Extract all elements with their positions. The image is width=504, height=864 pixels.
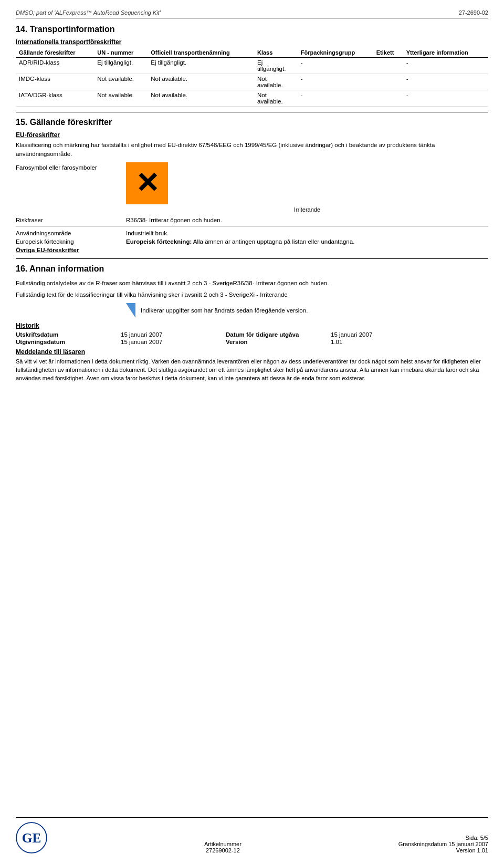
svg-text:GE: GE	[22, 831, 41, 845]
meddelande-text: Så vitt vi vet är informationen i detta …	[16, 358, 488, 383]
hazard-symbol: ✕	[126, 162, 168, 204]
fullstandig-value: R36/38- Irriterar ögonen och huden.	[233, 279, 488, 287]
imdg-fg: -	[298, 74, 373, 90]
historik-section: Historik Utskriftsdatum 15 januari 2007 …	[16, 322, 488, 345]
sida-label: Sida: 5/5	[398, 835, 488, 841]
footer-center: Artikelnummer 27269002-12	[204, 841, 242, 853]
page-header: DMSO; part of 'ALFexpress™ AutoRead Sequ…	[16, 9, 488, 18]
euro-value: Europeisk förteckning: Alla ämnen är ant…	[126, 238, 488, 245]
thin-divider	[16, 226, 488, 227]
adr-ytterligare: -	[403, 58, 488, 74]
iata-etikett	[373, 90, 403, 107]
imdg-etikett	[373, 74, 403, 90]
iata-official: Not available.	[148, 90, 254, 107]
transport-table: Gällande föreskrifter UN - nummer Offici…	[16, 48, 488, 107]
adr-label: ADR/RID-klass	[16, 58, 94, 74]
granskningsdatum-value: 15 januari 2007	[448, 841, 488, 847]
euro-row: Europeisk förteckning Europeisk förteckn…	[16, 238, 488, 245]
imdg-un: Not available.	[94, 74, 148, 90]
faro-row: Farosymbol eller farosymboler ✕ Irritera…	[16, 162, 488, 213]
header-left-text: DMSO; part of 'ALFexpress™ AutoRead Sequ…	[16, 9, 161, 16]
utgivning-label: Utgivningsdatum	[16, 339, 121, 345]
faro-label: Farosymbol eller farosymboler	[16, 162, 126, 171]
col-header-4: Klass	[254, 48, 298, 58]
changed-text: Indikerar uppgifter som har ändrats seda…	[141, 307, 308, 314]
page-footer: GE Artikelnummer 27269002-12 Sida: 5/5 G…	[16, 817, 488, 853]
changed-indicator: Indikerar uppgifter som har ändrats seda…	[126, 303, 488, 318]
imdg-ytterligare: -	[403, 74, 488, 90]
utskrift-label: Utskriftsdatum	[16, 331, 121, 338]
iata-fg: -	[298, 90, 373, 107]
adr-fg: -	[298, 58, 373, 74]
historik-title: Historik	[16, 322, 488, 329]
section-16-title: 16. Annan information	[16, 264, 488, 274]
riskfraser-label: Riskfraser	[16, 217, 126, 223]
faro-content: ✕ Irriterande	[126, 162, 488, 213]
adr-un: Ej tillgängligt.	[94, 58, 148, 74]
table-row: ADR/RID-klass Ej tillgängligt. Ej tillgä…	[16, 58, 488, 74]
utskrift-value: 15 januari 2007	[121, 331, 226, 338]
iata-label: IATA/DGR-klass	[16, 90, 94, 107]
fullstandig-label: Fullständig ordalydelse av de R-fraser s…	[16, 279, 233, 287]
fullstandig-text-value: Xi - Irriterande	[249, 290, 488, 299]
version-footer: Version 1.01	[398, 847, 488, 853]
table-row: IMDG-klass Not available. Not available.…	[16, 74, 488, 90]
header-right-text: 27-2690-02	[459, 9, 488, 16]
anv-row: Användningsområde Industriellt bruk.	[16, 230, 488, 236]
risk-row: Riskfraser R36/38- Irriterar ögonen och …	[16, 217, 488, 223]
hazard-x-icon: ✕	[135, 169, 159, 197]
col-header-2: UN - nummer	[94, 48, 148, 58]
artikelnummer-value: 27269002-12	[204, 847, 242, 853]
datum-value: 15 januari 2007	[331, 331, 436, 338]
imdg-label: IMDG-klass	[16, 74, 94, 90]
adr-etikett	[373, 58, 403, 74]
imdg-official: Not available.	[148, 74, 254, 90]
col-header-5: Förpackningsgrupp	[298, 48, 373, 58]
historik-grid: Utskriftsdatum 15 januari 2007 Datum för…	[16, 331, 488, 345]
eu-subtitle: EU-föreskrifter	[16, 131, 488, 139]
table-row: IATA/DGR-klass Not available. Not availa…	[16, 90, 488, 107]
euro-value-text: Alla ämnen är antingen upptagna på lista…	[193, 238, 355, 245]
datum-label: Datum för tidigare utgåva	[226, 331, 331, 338]
riskfraser-value: R36/38- Irriterar ögonen och huden.	[126, 217, 488, 223]
footer-right: Sida: 5/5 Granskningsdatum 15 januari 20…	[398, 835, 488, 853]
euro-label: Europeisk förteckning	[16, 238, 126, 245]
col-header-3: Officiell transportbenämning	[148, 48, 254, 58]
fullstandig-row: Fullständig ordalydelse av de R-fraser s…	[16, 279, 488, 287]
anv-label: Användningsområde	[16, 230, 126, 236]
adr-klass: Ejtillgängligt.	[254, 58, 298, 74]
granskningsdatum: Granskningsdatum 15 januari 2007	[398, 841, 488, 847]
fullstandig-text-row: Fullständig text för de klassificeringar…	[16, 290, 488, 299]
utgivning-value: 15 januari 2007	[121, 339, 226, 345]
col-header-6: Etikett	[373, 48, 403, 58]
ovriga-eu: Övriga EU-föreskrifter	[16, 247, 488, 253]
col-header-7: Ytterligare information	[403, 48, 488, 58]
section-14: 14. Transportinformation Internationella…	[16, 25, 488, 107]
version-value: 1.01	[331, 339, 436, 345]
section-16: 16. Annan information Fullständig ordaly…	[16, 264, 488, 383]
section-14-title: 14. Transportinformation	[16, 25, 488, 34]
iata-klass: Notavailable.	[254, 90, 298, 107]
ge-logo: GE	[16, 822, 47, 853]
fullstandig-text-label: Fullständig text för de klassificeringar…	[16, 290, 249, 299]
section-15: 15. Gällande föreskrifter EU-föreskrifte…	[16, 118, 488, 253]
iata-un: Not available.	[94, 90, 148, 107]
footer-left: GE	[16, 822, 47, 853]
euro-value-bold: Europeisk förteckning:	[126, 238, 192, 245]
adr-official: Ej tillgängligt.	[148, 58, 254, 74]
granskningsdatum-label: Granskningsdatum	[398, 841, 447, 847]
imdg-klass: Notavailable.	[254, 74, 298, 90]
section-divider-2	[16, 258, 488, 259]
version-label: Version	[226, 339, 331, 345]
section-divider	[16, 112, 488, 112]
section-15-title: 15. Gällande föreskrifter	[16, 118, 488, 127]
artikelnummer-label: Artikelnummer	[204, 841, 242, 847]
anv-value: Industriellt bruk.	[126, 230, 488, 236]
page: DMSO; part of 'ALFexpress™ AutoRead Sequ…	[0, 0, 504, 864]
transport-subtitle: Internationella transportföreskrifter	[16, 38, 488, 46]
hazard-label: Irriterande	[126, 206, 488, 213]
klassificering-text: Klassificering och märkning har faststäl…	[16, 141, 488, 159]
meddelande-title: Meddelande till läsaren	[16, 348, 488, 356]
iata-ytterligare: -	[403, 90, 488, 107]
col-header-1: Gällande föreskrifter	[16, 48, 94, 58]
